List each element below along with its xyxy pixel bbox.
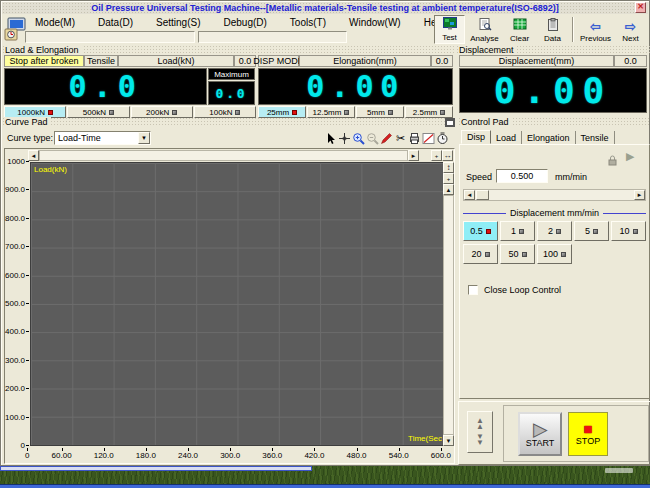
test-label: Test [442, 33, 457, 42]
analyse-button[interactable]: Analyse [467, 15, 502, 44]
fit-vertical-icon[interactable]: ↕ [443, 162, 454, 173]
menu-tools[interactable]: Tools(T) [290, 17, 326, 28]
menu-debug[interactable]: Debug(D) [224, 17, 267, 28]
preset-2-button[interactable]: 2 [537, 221, 572, 241]
tab-load[interactable]: Load [491, 131, 522, 144]
preset-indicator [561, 252, 566, 257]
play-icon[interactable]: ▶ [626, 150, 634, 163]
printer-icon[interactable] [408, 132, 421, 145]
preset-50-button[interactable]: 50 [500, 244, 535, 264]
chart-tool-icon[interactable] [422, 132, 435, 145]
elongation-small-value: 0.0 [431, 55, 453, 67]
chart-area: ◄ ► + ↔ 1000900.0800.0700.0600.0500.0400… [4, 148, 455, 464]
clear-button[interactable]: Clear [504, 15, 535, 44]
preset-label: 0.5 [470, 226, 483, 236]
stop-button[interactable]: ■ STOP [568, 412, 608, 456]
menu-mode[interactable]: Mode(M) [35, 17, 75, 28]
test-icon [442, 17, 458, 32]
data-icon [545, 18, 561, 33]
x-tick: 60.00 [52, 448, 72, 460]
vscroll-up-icon[interactable]: ▲ [443, 184, 454, 195]
menu-data[interactable]: Data(D) [98, 17, 133, 28]
start-label: START [526, 438, 555, 448]
y-tick: 600.0 [5, 271, 29, 280]
preset-20-button[interactable]: 20 [463, 244, 498, 264]
preset-10-button[interactable]: 10 [611, 221, 646, 241]
elongation-header: Elongation(mm) [299, 55, 431, 67]
data-button[interactable]: Data [537, 15, 568, 44]
preset-0-5-button[interactable]: 0.5 [463, 221, 498, 241]
tab-tensile[interactable]: Tensile [576, 131, 615, 144]
fit-horizontal-icon[interactable]: ↔ [442, 150, 453, 161]
jog-button[interactable]: ▲ ▲ ▼ ▼ [467, 411, 493, 453]
clock-icon[interactable] [436, 132, 449, 145]
jog-up-icon: ▲ [476, 424, 484, 430]
zoom-out-icon[interactable] [366, 132, 379, 145]
displacement-group-label: Displacement [458, 45, 517, 55]
vscroll-track[interactable] [443, 195, 454, 435]
curve-type-select[interactable]: Load-Time ▼ [54, 131, 151, 145]
wallpaper-watermark [605, 468, 633, 473]
x-tick: 120.0 [94, 448, 114, 460]
range-label: 5mm [367, 108, 385, 117]
preset-5-button[interactable]: 5 [574, 221, 609, 241]
disp-mode-field[interactable]: DISP MODE [258, 55, 299, 67]
vscroll-down-icon[interactable]: ▼ [443, 435, 454, 446]
stop-label: STOP [576, 436, 600, 446]
preset-label: 1 [511, 226, 516, 236]
plot-canvas[interactable]: Load(kN) Time(Sec [30, 162, 445, 446]
x-tick: 600.0 [431, 448, 451, 460]
slider-left-icon[interactable]: ◄ [464, 190, 475, 200]
x-tick: 0 [25, 448, 29, 460]
speed-slider[interactable]: ◄ ► [463, 189, 646, 201]
pan-icon[interactable]: + [431, 150, 442, 161]
taskbar-edge [0, 484, 650, 488]
y-tick: 900.0 [5, 185, 29, 194]
preset-100-button[interactable]: 100 [537, 244, 572, 264]
start-button[interactable]: ▶ START [518, 412, 562, 456]
preset-1-button[interactable]: 1 [500, 221, 535, 241]
next-button[interactable]: ⇨ Next [615, 15, 646, 44]
test-button[interactable]: Test [434, 15, 465, 44]
slider-thumb[interactable] [476, 190, 489, 200]
range-label: 1000kN [17, 108, 45, 117]
x-tick: 240.0 [178, 448, 198, 460]
x-tick: 540.0 [389, 448, 409, 460]
stop-square-icon: ■ [583, 422, 592, 436]
x-tick: 300.0 [220, 448, 240, 460]
pen-icon[interactable] [380, 132, 393, 145]
cursor-icon[interactable] [324, 132, 337, 145]
scissors-icon[interactable]: ✂ [394, 132, 407, 145]
x-tick: 360.0 [262, 448, 282, 460]
preset-indicator [519, 229, 524, 234]
stop-mode-field[interactable]: Stop after broken [4, 55, 84, 67]
slider-right-icon[interactable]: ► [634, 190, 645, 200]
tab-disp[interactable]: Disp [461, 130, 491, 144]
load-elongation-panel: Load & Elongation Stop after broken Tens… [2, 45, 455, 117]
crosshair-icon[interactable] [338, 132, 351, 145]
chevron-down-icon[interactable]: ▼ [138, 132, 150, 144]
range-indicator [440, 110, 445, 115]
start-stop-group: ▶ START ■ STOP [503, 405, 649, 462]
close-loop-checkbox[interactable] [468, 285, 478, 295]
previous-button[interactable]: ⇦ Previous [578, 15, 613, 44]
maximize-icon[interactable] [445, 118, 455, 127]
status-bar-left [25, 31, 195, 43]
vpan-icon[interactable]: + [443, 173, 454, 184]
x-tick: 420.0 [304, 448, 324, 460]
control-pad-panel: Control Pad Disp Load Elongation Tensile… [458, 117, 650, 400]
menu-setting[interactable]: Setting(S) [156, 17, 200, 28]
hscroll-left-icon[interactable]: ◄ [28, 150, 39, 161]
menu-window[interactable]: Window(W) [349, 17, 401, 28]
elongation-display: 0.00 [258, 68, 453, 105]
tab-elongation[interactable]: Elongation [522, 131, 576, 144]
y-axis-labels: 1000900.0800.0700.0600.0500.0400.0300.02… [5, 157, 29, 450]
y-tick: 500.0 [5, 299, 29, 308]
zoom-in-icon[interactable] [352, 132, 365, 145]
hscroll-right-icon[interactable]: ► [408, 150, 419, 161]
x-axis-labels: 060.00120.0180.0240.0300.0360.0420.0480.… [25, 448, 451, 460]
close-icon[interactable]: ✕ [635, 2, 646, 13]
speed-input[interactable] [496, 169, 548, 183]
hscroll-track[interactable] [39, 150, 408, 161]
y-axis-title: Load(kN) [34, 165, 67, 174]
